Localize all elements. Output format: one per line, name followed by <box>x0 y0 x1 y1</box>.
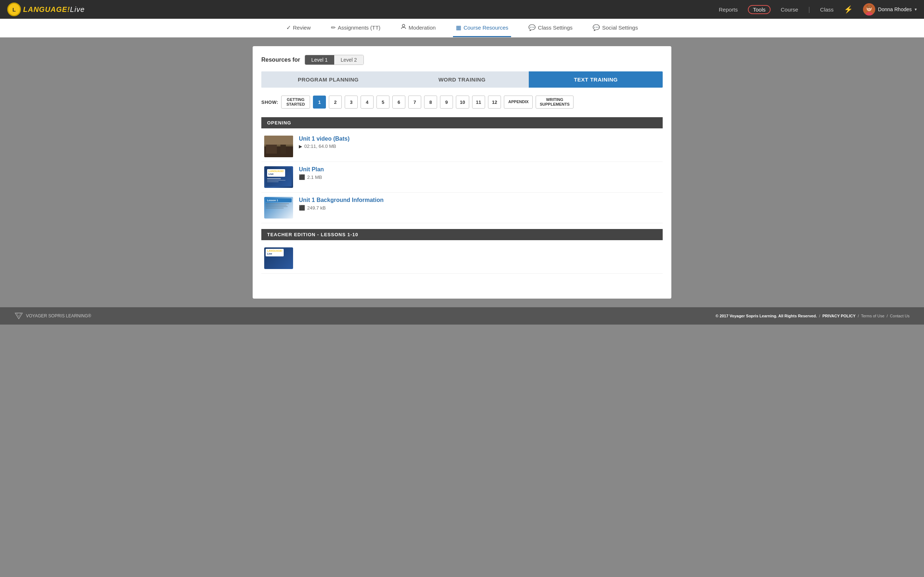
teacher-edition-section-header: TEACHER EDITION - LESSONS 1-10 <box>261 229 663 240</box>
resource-unit-plan: LANGUAGE!Live Unit Plan ⬛ 2.1 MB <box>261 162 663 193</box>
footer-links: © 2017 Voyager Sopris Learning. All Righ… <box>716 314 909 318</box>
review-icon: ✓ <box>286 24 291 31</box>
level1-tab[interactable]: Level 1 <box>305 55 334 64</box>
user-menu[interactable]: Donna Rhodes ▾ <box>863 3 917 16</box>
resource-title-unit-plan[interactable]: Unit Plan <box>299 166 660 173</box>
class-settings-icon: 💬 <box>528 24 536 31</box>
resource-info-video: Unit 1 video (Bats) ▶ 02:11, 64.0 MB <box>299 135 660 149</box>
nav-class-settings[interactable]: 💬 Class Settings <box>525 19 575 37</box>
nav-class[interactable]: Class <box>820 6 834 13</box>
play-icon: ▶ <box>299 144 302 149</box>
show-btn-2[interactable]: 2 <box>329 95 342 108</box>
page-footer: VOYAGER SOPRIS LEARNING® © 2017 Voyager … <box>0 307 924 324</box>
nav-review[interactable]: ✓ Review <box>283 19 313 37</box>
resource-meta-video: ▶ 02:11, 64.0 MB <box>299 143 660 149</box>
nav-reports[interactable]: Reports <box>719 6 738 13</box>
footer-brand: VOYAGER SOPRIS LEARNING® <box>15 312 91 319</box>
show-label: SHOW: <box>261 100 278 105</box>
user-dropdown-icon[interactable]: ▾ <box>914 7 917 12</box>
show-row: SHOW: GETTINGSTARTED 1 2 3 4 5 6 7 8 9 1… <box>261 95 663 108</box>
show-btn-8[interactable]: 8 <box>424 95 437 108</box>
resource-thumb-bats <box>264 135 293 157</box>
resource-info-teacher-edition <box>299 247 660 249</box>
show-btn-10[interactable]: 10 <box>456 95 469 108</box>
level2-tab[interactable]: Level 2 <box>334 55 363 64</box>
show-btn-4[interactable]: 4 <box>360 95 373 108</box>
show-btn-9[interactable]: 9 <box>440 95 453 108</box>
nav-course-resources[interactable]: ▦ Course Resources <box>453 19 511 37</box>
show-btn-writing-supplements[interactable]: WRITINGSUPPLEMENTS <box>536 95 573 108</box>
show-btn-1[interactable]: 1 <box>313 95 326 108</box>
course-resources-icon: ▦ <box>456 24 461 31</box>
resource-meta-background-text: 249.7 kB <box>307 205 326 211</box>
show-btn-12[interactable]: 12 <box>488 95 501 108</box>
category-tabs: PROGRAM PLANNING WORD TRAINING TEXT TRAI… <box>261 71 663 88</box>
resource-thumb-teacher-edition: LANGUAGE!Live <box>264 247 293 269</box>
resource-title-video[interactable]: Unit 1 video (Bats) <box>299 135 660 142</box>
user-name: Donna Rhodes <box>878 6 912 12</box>
nav-moderation-label: Moderation <box>409 24 436 31</box>
footer-brand-text: VOYAGER SOPRIS LEARNING® <box>26 313 91 318</box>
resource-thumb-background: Lesson 1 <box>264 197 293 219</box>
nav-divider: | <box>808 6 810 13</box>
nav-course-resources-label: Course Resources <box>464 24 508 31</box>
resource-info-unit-plan: Unit Plan ⬛ 2.1 MB <box>299 166 660 180</box>
resources-title: Resources for <box>261 56 300 63</box>
show-btn-3[interactable]: 3 <box>345 95 358 108</box>
nav-class-settings-label: Class Settings <box>538 24 572 31</box>
moderation-icon <box>401 24 406 31</box>
pdf-icon-unit-plan: ⬛ <box>299 174 305 180</box>
logo-area: L LANGUAGE!Live <box>7 3 85 16</box>
nav-review-label: Review <box>293 24 311 31</box>
second-navigation: ✓ Review ✏ Assignments (TT) Moderation ▦… <box>0 19 924 37</box>
resource-title-background[interactable]: Unit 1 Background Information <box>299 197 660 203</box>
nav-moderation[interactable]: Moderation <box>398 19 439 37</box>
resource-meta-unit-plan: ⬛ 2.1 MB <box>299 174 660 180</box>
lightning-icon[interactable]: ⚡ <box>844 5 853 14</box>
top-nav-links: Reports Tools Course | Class ⚡ Donna Rho… <box>719 3 917 16</box>
top-navigation: L LANGUAGE!Live Reports Tools Course | C… <box>0 0 924 19</box>
nav-course[interactable]: Course <box>781 6 798 13</box>
text-training-tab[interactable]: TEXT TRAINING <box>529 71 663 88</box>
resource-info-background: Unit 1 Background Information ⬛ 249.7 kB <box>299 197 660 211</box>
svg-point-6 <box>402 24 405 27</box>
voyager-logo-icon <box>15 312 23 319</box>
nav-assignments[interactable]: ✏ Assignments (TT) <box>328 19 383 37</box>
show-btn-7[interactable]: 7 <box>408 95 421 108</box>
nav-social-settings-label: Social Settings <box>602 24 638 31</box>
resource-unit1-background: Lesson 1 Unit 1 Background Information ⬛… <box>261 193 663 223</box>
nav-tools[interactable]: Tools <box>748 5 771 14</box>
main-content-area: Resources for Level 1 Level 2 PROGRAM PL… <box>253 46 671 298</box>
level-tabs: Level 1 Level 2 <box>305 55 364 65</box>
nav-assignments-label: Assignments (TT) <box>338 24 380 31</box>
assignments-icon: ✏ <box>331 24 336 31</box>
nav-social-settings[interactable]: 💬 Social Settings <box>590 19 641 37</box>
footer-privacy-policy[interactable]: PRIVACY POLICY <box>822 314 856 318</box>
footer-terms[interactable]: Terms of Use <box>861 314 885 318</box>
user-avatar <box>863 3 875 16</box>
svg-rect-12 <box>264 135 293 145</box>
svg-rect-5 <box>867 5 872 8</box>
resource-teacher-edition: LANGUAGE!Live <box>261 243 663 274</box>
resource-thumb-unit-plan: LANGUAGE!Live <box>264 166 293 188</box>
resource-meta-unit-plan-text: 2.1 MB <box>307 174 322 180</box>
resource-meta-background: ⬛ 249.7 kB <box>299 205 660 211</box>
logo-icon: L <box>7 3 21 16</box>
opening-section-header: OPENING <box>261 117 663 128</box>
social-settings-icon: 💬 <box>593 24 600 31</box>
footer-copyright: © 2017 Voyager Sopris Learning. All Righ… <box>716 314 817 318</box>
word-training-tab[interactable]: WORD TRAINING <box>395 71 529 88</box>
show-btn-11[interactable]: 11 <box>472 95 485 108</box>
program-planning-tab[interactable]: PROGRAM PLANNING <box>261 71 395 88</box>
resource-unit1-video: Unit 1 video (Bats) ▶ 02:11, 64.0 MB <box>261 131 663 162</box>
pdf-icon-background: ⬛ <box>299 205 305 211</box>
show-btn-5[interactable]: 5 <box>376 95 389 108</box>
footer-contact[interactable]: Contact Us <box>890 314 909 318</box>
logo-text: LANGUAGE!Live <box>23 5 85 14</box>
show-btn-getting-started[interactable]: GETTINGSTARTED <box>281 95 310 108</box>
show-btn-appendix[interactable]: APPENDIX <box>504 95 533 108</box>
resources-header: Resources for Level 1 Level 2 <box>261 55 663 65</box>
show-btn-6[interactable]: 6 <box>393 95 405 108</box>
resource-meta-video-text: 02:11, 64.0 MB <box>304 143 336 149</box>
